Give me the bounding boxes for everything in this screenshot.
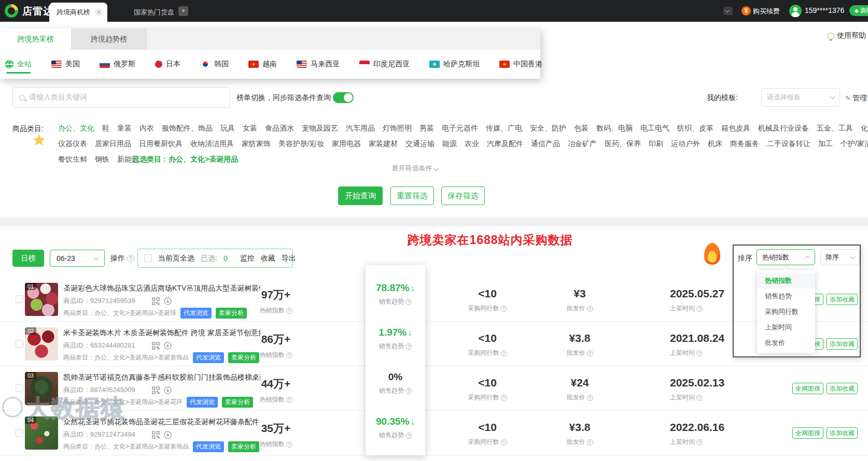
category-item[interactable]: 数码、电脑 bbox=[596, 124, 633, 133]
question-icon[interactable]: ? bbox=[405, 388, 412, 394]
add-favorite-button[interactable]: 添加收藏 bbox=[827, 427, 858, 439]
monitor-button[interactable]: 监控 bbox=[240, 254, 255, 263]
category-item[interactable]: 个护/家清 bbox=[841, 139, 868, 149]
category-item[interactable]: 箱包皮具 bbox=[721, 124, 750, 133]
site-item-kr[interactable]: 韩国 bbox=[200, 60, 229, 69]
question-icon[interactable]: ? bbox=[587, 350, 593, 356]
category-item[interactable]: 安全、防护 bbox=[530, 124, 566, 133]
category-item[interactable]: 电工电气 bbox=[640, 124, 669, 133]
chevron-down-icon[interactable] bbox=[723, 7, 733, 15]
category-item[interactable]: 农业 bbox=[465, 139, 479, 149]
qr-code-icon[interactable] bbox=[152, 431, 160, 439]
category-item[interactable]: 灯饰照明 bbox=[383, 124, 412, 133]
category-item[interactable]: 电子元器件 bbox=[442, 124, 478, 133]
question-icon[interactable]: ? bbox=[696, 306, 703, 312]
question-icon[interactable]: ? bbox=[587, 306, 593, 312]
category-item[interactable]: 女装 bbox=[243, 124, 257, 133]
question-icon[interactable]: ? bbox=[405, 343, 412, 350]
template-select[interactable]: 请选择模板 bbox=[761, 88, 840, 107]
category-item[interactable]: 商务服务 bbox=[730, 139, 759, 149]
question-icon[interactable]: ? bbox=[127, 255, 134, 262]
question-icon[interactable]: ? bbox=[501, 395, 507, 401]
category-item[interactable]: 玩具 bbox=[220, 124, 235, 133]
category-item[interactable]: 运动户外 bbox=[671, 139, 700, 149]
expand-filters-button[interactable]: 展开筛选条件 bbox=[0, 164, 830, 173]
category-item[interactable]: 能源 bbox=[442, 139, 457, 149]
site-item-my[interactable]: 马来西亚 bbox=[297, 60, 340, 69]
category-item[interactable]: 服饰配件、饰品 bbox=[162, 124, 213, 133]
category-item[interactable]: 通信产品 bbox=[531, 139, 560, 149]
question-icon[interactable]: ? bbox=[696, 439, 703, 445]
download-icon[interactable] bbox=[164, 342, 172, 350]
renew-button[interactable]: 购买续费 bbox=[753, 7, 780, 16]
row-checkbox[interactable] bbox=[16, 384, 23, 392]
category-item[interactable]: 家装建材 bbox=[369, 139, 398, 149]
site-item-hk[interactable]: ★中国香港 bbox=[499, 60, 542, 69]
add-favorite-button[interactable]: 添加收藏 bbox=[827, 383, 858, 394]
site-item-id[interactable]: 印度尼西亚 bbox=[359, 60, 410, 69]
category-item[interactable]: 机床 bbox=[708, 139, 722, 149]
template-manage-button[interactable]: ✎管理 bbox=[845, 94, 867, 103]
site-item-jp[interactable]: 日本 bbox=[155, 60, 180, 69]
image-search-button[interactable]: 全网图搜 bbox=[792, 383, 823, 394]
question-icon[interactable]: ? bbox=[501, 439, 507, 445]
site-item-us[interactable]: 美国 bbox=[51, 60, 80, 69]
sort-order-select[interactable]: 降序 bbox=[820, 249, 860, 265]
account-phone[interactable]: 159****1376 bbox=[805, 6, 844, 15]
sort-option[interactable]: 批发价 bbox=[757, 335, 815, 351]
category-item[interactable]: 交通运输 bbox=[405, 139, 435, 149]
query-button[interactable]: 开始查询 bbox=[338, 186, 383, 205]
category-item[interactable]: 钢铁 bbox=[95, 155, 109, 164]
add-favorite-button[interactable]: 添加收藏 bbox=[827, 338, 858, 350]
category-item[interactable]: 餐饮生鲜 bbox=[58, 155, 87, 164]
category-item[interactable]: 食品酒水 bbox=[265, 124, 294, 133]
site-item-kz[interactable]: 哈萨克斯坦 bbox=[429, 60, 480, 69]
question-icon[interactable]: ? bbox=[587, 395, 593, 401]
product-title[interactable]: 凯帅圣诞节诺福克仿真藤条手感科软胶前门门挂装饰品楼梯桌面装饰 bbox=[63, 373, 260, 382]
favorite-button[interactable]: 收藏 bbox=[261, 254, 275, 263]
category-item[interactable]: 家纺家饰 bbox=[242, 139, 271, 149]
download-icon[interactable] bbox=[164, 297, 172, 305]
row-checkbox[interactable] bbox=[16, 295, 23, 303]
reset-filter-button[interactable]: 重置筛选 bbox=[390, 186, 434, 205]
question-icon[interactable]: ? bbox=[696, 395, 703, 401]
dropship-badge[interactable]: 代发浏览 bbox=[180, 308, 212, 319]
sort-option[interactable]: 上架时间 bbox=[757, 320, 815, 335]
category-item[interactable]: 包装 bbox=[574, 124, 589, 133]
sort-option[interactable]: 采购同行数 bbox=[757, 304, 815, 320]
help-link[interactable]: 使用帮助 bbox=[828, 31, 866, 40]
category-item[interactable]: 化工 bbox=[861, 124, 868, 133]
seller-analysis-badge[interactable]: 卖家分析 bbox=[216, 308, 247, 319]
question-icon[interactable]: ? bbox=[405, 433, 412, 439]
question-icon[interactable]: ? bbox=[501, 306, 507, 312]
category-item[interactable]: 日用餐厨饮具 bbox=[139, 139, 183, 149]
product-title[interactable]: 米卡圣诞装饰木片 木质圣诞树装饰配件 跨境 家居圣诞节创意挂件 bbox=[63, 328, 260, 338]
product-title[interactable]: 圣诞彩色大球饰品珠宝店酒店商场KTV吊顶用品大型圣诞树装饰挂件 bbox=[63, 284, 260, 293]
dropship-badge[interactable]: 代发浏览 bbox=[187, 397, 218, 408]
category-item[interactable]: 童装 bbox=[117, 124, 132, 133]
category-item[interactable]: 汽摩及配件 bbox=[487, 139, 523, 149]
question-icon[interactable]: ? bbox=[286, 308, 292, 314]
download-icon[interactable] bbox=[164, 431, 172, 439]
question-icon[interactable]: ? bbox=[501, 350, 507, 356]
dropship-badge[interactable]: 代发浏览 bbox=[193, 352, 224, 363]
window-tab-active[interactable]: 跨境商机榜 × bbox=[49, 3, 107, 22]
close-icon[interactable]: × bbox=[95, 8, 103, 16]
row-checkbox[interactable] bbox=[16, 429, 23, 437]
question-icon[interactable]: ? bbox=[286, 352, 292, 358]
image-search-button[interactable]: 全网图搜 bbox=[792, 427, 823, 439]
question-icon[interactable]: ? bbox=[587, 439, 593, 445]
question-icon[interactable]: ? bbox=[286, 441, 292, 448]
category-item[interactable]: 仪器仪表 bbox=[58, 139, 87, 149]
avatar[interactable] bbox=[789, 5, 802, 17]
product-image[interactable]: 01 bbox=[25, 283, 58, 316]
question-icon[interactable]: ? bbox=[405, 299, 412, 305]
category-item[interactable]: 传媒、广电 bbox=[486, 124, 522, 133]
add-favorite-button[interactable]: 添加收藏 bbox=[827, 294, 858, 305]
category-item[interactable]: 汽车用品 bbox=[346, 124, 375, 133]
sort-option[interactable]: 销售趋势 bbox=[757, 289, 815, 304]
new-tab-button[interactable]: + bbox=[178, 6, 188, 16]
category-item[interactable]: 收纳清洁用具 bbox=[190, 139, 234, 149]
site-item-vn[interactable]: ★越南 bbox=[248, 60, 277, 69]
category-item[interactable]: 鞋 bbox=[102, 124, 109, 133]
